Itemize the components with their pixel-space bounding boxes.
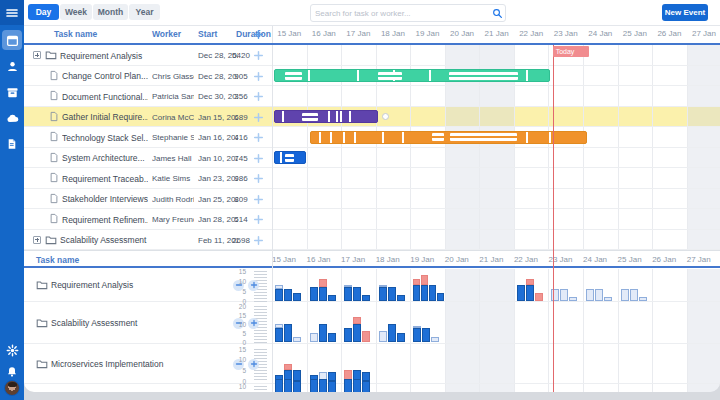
add-subtask-button[interactable]	[252, 214, 264, 226]
view-button-month[interactable]: Month	[93, 4, 128, 20]
search-input[interactable]	[311, 9, 489, 18]
histogram-section: Task name15 Jan16 Jan17 Jan18 Jan19 Jan2…	[24, 250, 720, 392]
scale-tick-label: 10	[228, 321, 246, 328]
add-subtask-button[interactable]	[252, 111, 264, 123]
main-panel: DayWeekMonthYearNew Event Task nameWorke…	[24, 0, 720, 392]
timeline-day-header[interactable]: 16 Jan	[307, 25, 342, 43]
add-subtask-button[interactable]	[252, 50, 264, 62]
sidebar-item-menu[interactable]	[0, 0, 24, 25]
task-name[interactable]: System Architecture...	[62, 153, 148, 163]
grid-timeline-divider[interactable]	[272, 25, 273, 392]
timeline-day-header[interactable]: 21 Jan	[479, 25, 514, 43]
histogram-bar	[344, 287, 352, 301]
timeline-day-header[interactable]: 25 Jan	[618, 25, 653, 43]
add-subtask-button[interactable]	[252, 70, 264, 82]
task-name[interactable]: Change Control Plan...	[62, 71, 148, 81]
timeline-day-header[interactable]: 27 Jan	[687, 25, 720, 43]
histogram-bar	[275, 379, 283, 392]
histogram-bar	[630, 289, 638, 301]
task-name[interactable]: Scalability Assessment	[60, 235, 148, 245]
increase-scale-button[interactable]	[248, 359, 259, 370]
column-header-worker[interactable]: Worker	[152, 25, 181, 43]
scale-tick-label: 5	[228, 367, 246, 374]
add-subtask-button[interactable]	[252, 173, 264, 185]
sidebar-item-archive[interactable]	[0, 80, 24, 104]
sidebar	[0, 0, 24, 400]
page-icon	[49, 90, 59, 101]
timeline-day-header[interactable]: 19 Jan	[410, 25, 445, 43]
histogram-row-name[interactable]: Microservices Implementation	[51, 359, 181, 369]
histogram-bar	[293, 370, 301, 381]
timeline-day-header[interactable]: 26 Jan	[652, 25, 687, 43]
timeline-day-header[interactable]: 17 Jan	[341, 25, 376, 43]
avatar[interactable]	[4, 380, 20, 396]
histogram-row-name[interactable]: Scalability Assessment	[51, 318, 181, 328]
user-icon	[6, 60, 19, 73]
histogram-bar	[319, 279, 327, 287]
histogram-bar	[595, 289, 603, 301]
sidebar-item-file[interactable]	[0, 132, 24, 156]
sidebar-item-settings[interactable]	[0, 338, 24, 362]
timeline-day-header[interactable]: 23 Jan	[548, 25, 583, 43]
timeline-day-header[interactable]: 20 Jan	[445, 25, 480, 43]
add-subtask-button[interactable]	[252, 91, 264, 103]
histogram-bar	[362, 331, 370, 342]
add-subtask-button[interactable]	[252, 234, 264, 246]
histogram-bar	[362, 372, 370, 381]
view-button-year[interactable]: Year	[129, 4, 160, 20]
sidebar-item-calendar[interactable]	[0, 28, 24, 52]
bell-icon	[6, 366, 18, 378]
task-bar-purple[interactable]	[274, 110, 378, 123]
task-name[interactable]: Gather Initial Require...	[62, 112, 148, 122]
task-name[interactable]: Stakeholder Interviews	[62, 194, 148, 204]
view-button-week[interactable]: Week	[60, 4, 92, 20]
expand-toggle[interactable]	[33, 236, 41, 244]
page-icon	[49, 172, 59, 183]
timeline-day-header[interactable]: 24 Jan	[583, 25, 618, 43]
histogram-bar	[413, 285, 420, 301]
timeline-day-header[interactable]: 22 Jan	[514, 25, 549, 43]
add-column-button[interactable]	[253, 29, 264, 40]
histogram-bar	[293, 337, 301, 342]
task-name[interactable]: Requirement Refinem...	[62, 215, 148, 225]
histogram-bar	[388, 287, 396, 301]
row-border	[24, 229, 720, 230]
expand-toggle[interactable]	[33, 51, 41, 59]
add-subtask-button[interactable]	[252, 152, 264, 164]
sidebar-item-cloud[interactable]	[0, 106, 24, 130]
column-header-start[interactable]: Start	[198, 25, 217, 43]
timeline-day-header[interactable]: 18 Jan	[376, 25, 411, 43]
task-name[interactable]: Technology Stack Sel...	[62, 133, 148, 143]
histogram-row-border	[24, 301, 720, 302]
scale-tick-label: 5	[228, 330, 246, 337]
toolbar: DayWeekMonthYearNew Event	[24, 0, 720, 26]
task-bar-orange[interactable]	[310, 131, 587, 144]
add-subtask-button[interactable]	[252, 132, 264, 144]
timeline-day-header[interactable]: 15 Jan	[272, 25, 307, 43]
task-name[interactable]: Requirement Traceab...	[62, 174, 148, 184]
task-worker: Mary Freund	[152, 215, 194, 224]
page-icon	[49, 213, 59, 224]
scale-tick-label: 15	[228, 312, 246, 319]
increase-scale-button[interactable]	[248, 280, 259, 291]
sidebar-item-user[interactable]	[0, 54, 24, 78]
histogram-bar	[344, 328, 352, 342]
search-icon[interactable]	[489, 5, 505, 21]
column-header-task-name[interactable]: Task name	[54, 25, 97, 43]
task-bar-blue[interactable]	[274, 151, 306, 164]
increase-scale-button[interactable]	[248, 318, 259, 329]
new-event-button[interactable]: New Event	[662, 4, 708, 21]
row-border	[24, 126, 720, 127]
histogram-row-border	[24, 343, 720, 344]
task-name[interactable]: Document Functional...	[62, 92, 148, 102]
histogram-bar	[397, 333, 405, 342]
task-name[interactable]: Requirement Analysis	[60, 51, 148, 61]
histogram-bar	[388, 324, 396, 342]
add-subtask-button[interactable]	[252, 193, 264, 205]
histogram-row-name[interactable]: Requirement Analysis	[51, 280, 181, 290]
histogram-bar	[437, 293, 444, 301]
task-bar-green[interactable]	[274, 69, 550, 82]
histogram-bar	[284, 289, 292, 301]
today-badge: Today	[553, 46, 589, 57]
view-button-day[interactable]: Day	[28, 4, 59, 20]
